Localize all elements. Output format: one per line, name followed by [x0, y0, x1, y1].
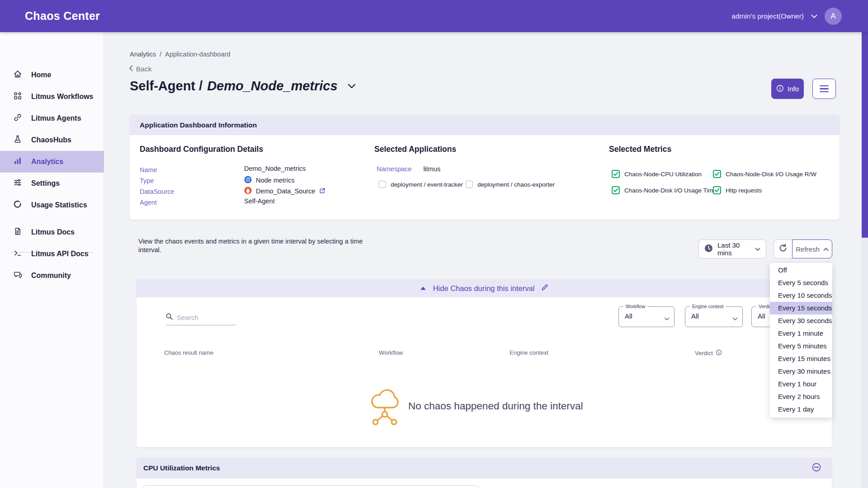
config-value-type: Node metrics	[244, 176, 294, 185]
refresh-option[interactable]: Every 2 hours	[770, 390, 832, 403]
refresh-option[interactable]: Every 30 minutes	[770, 365, 832, 378]
sidebar-item-label: Litmus Agents	[31, 114, 81, 122]
refresh-option[interactable]: Every 1 day	[770, 403, 832, 416]
verdict-filter-value: All	[758, 312, 765, 320]
sidebar-item-litmus-workflows[interactable]: Litmus Workflows	[0, 86, 104, 108]
namespace-row: Namespace litmus	[377, 165, 440, 173]
refresh-now-button[interactable]	[774, 239, 793, 258]
hide-chaos-label: Hide Chaos during this interval	[433, 284, 535, 293]
checkbox-disk-io-rw[interactable]: Chaos-Node-Disk I/O Usage R/W	[713, 170, 816, 178]
chat-icon	[13, 270, 22, 281]
sidebar-item-analytics[interactable]: Analytics	[0, 151, 104, 173]
workflow-filter-label: Workflow	[623, 304, 647, 309]
interval-description: View the chaos events and metrics in a g…	[138, 237, 385, 254]
config-value-name: Demo_Node_metrics	[244, 165, 306, 172]
refresh-option[interactable]: Off	[770, 264, 832, 277]
app-title: Chaos Center	[25, 0, 100, 32]
search-input[interactable]	[177, 314, 230, 321]
project-selector[interactable]: admin's project(Owner) A	[731, 0, 842, 32]
terminal-icon	[13, 249, 22, 259]
checkbox-deployment-event-tracker[interactable]: deployment / event-tracker	[379, 181, 463, 188]
checkbox-cpu-utilization[interactable]: Chaos-Node-CPU Utilization	[612, 170, 702, 178]
sidebar-item-label: Litmus Workflows	[31, 93, 94, 101]
namespace-value: litmus	[423, 165, 440, 173]
back-button[interactable]: Back	[129, 65, 151, 73]
engine-context-filter-label: Engine context	[690, 304, 726, 309]
refresh-option[interactable]: Every 30 seconds	[770, 314, 832, 327]
column-header-workflow: Workflow	[379, 349, 403, 356]
hamburger-menu-button[interactable]	[812, 79, 836, 99]
checkbox-unchecked-icon[interactable]	[466, 181, 473, 188]
refresh-option[interactable]: Every 10 seconds	[770, 289, 832, 302]
cpu-utilization-metrics-card: CPU Utilization Metrics	[137, 458, 832, 488]
scrollbar-thumb[interactable]	[862, 32, 868, 238]
refresh-option[interactable]: Every 15 minutes	[770, 352, 832, 365]
title-chevron-down-icon[interactable]	[348, 82, 356, 90]
sidebar-item-home[interactable]: Home	[0, 64, 104, 86]
avatar[interactable]: A	[825, 8, 842, 25]
refresh-option[interactable]: Every 1 hour	[770, 378, 832, 390]
sidebar-item-litmus-docs[interactable]: Litmus Docs	[0, 221, 104, 243]
breadcrumb-application-dashboard: Application-dashboard	[165, 51, 230, 58]
flask-icon	[13, 135, 22, 145]
checkbox-checked-icon[interactable]	[713, 186, 721, 194]
sidebar-item-usage-statistics[interactable]: Usage Statistics	[0, 194, 104, 216]
caret-up-icon	[420, 284, 426, 292]
chevron-down-icon[interactable]	[811, 12, 817, 20]
sliders-icon	[13, 178, 22, 189]
application-dashboard-information-card: Application Dashboard Information Dashbo…	[130, 115, 840, 220]
external-link-icon[interactable]	[319, 188, 326, 195]
info-button[interactable]: Info	[771, 79, 804, 99]
checkbox-disk-io-times[interactable]: Chaos-Node-Disk I/O Usage Times	[612, 186, 720, 194]
workflow-filter[interactable]: Workflow All	[618, 306, 675, 327]
sidebar-item-community[interactable]: Community	[0, 265, 104, 286]
sidebar-item-label: Settings	[31, 179, 60, 188]
page-title-dashboard-name: Demo_Node_metrics	[207, 79, 338, 94]
sidebar-item-label: Community	[31, 272, 71, 280]
search-field[interactable]	[165, 313, 236, 325]
sidebar-item-label: Analytics	[31, 158, 63, 166]
time-range-select[interactable]: Last 30 mins	[698, 239, 766, 258]
link-icon	[13, 113, 22, 124]
node-metrics-icon	[244, 176, 252, 185]
config-value-datasource: Demo_Data_Source	[244, 187, 326, 196]
sidebar-item-settings[interactable]: Settings	[0, 173, 104, 194]
chaos-events-card: Hide Chaos during this interval Workflow…	[137, 279, 832, 447]
refresh-interval-menu: Off Every 5 seconds Every 10 seconds Eve…	[770, 263, 832, 418]
time-range-value: Last 30 mins	[717, 241, 750, 257]
refresh-option[interactable]: Every 5 seconds	[770, 277, 832, 289]
card-header-strip: Application Dashboard Information	[130, 115, 840, 135]
verdict-info-icon[interactable]	[716, 349, 722, 357]
cpu-chart-container	[143, 485, 479, 488]
checkbox-checked-icon[interactable]	[713, 170, 721, 178]
refresh-icon	[778, 243, 788, 255]
refresh-option-selected[interactable]: Every 15 seconds	[770, 302, 832, 314]
sidebar: Home Litmus Workflows Litmus Agents Chao…	[0, 32, 104, 488]
sidebar-item-litmus-api-docs[interactable]: Litmus API Docs	[0, 243, 104, 265]
breadcrumb-analytics[interactable]: Analytics	[130, 51, 156, 58]
refresh-option[interactable]: Every 5 minutes	[770, 340, 832, 352]
checkbox-unchecked-icon[interactable]	[379, 181, 386, 188]
config-label-type: Type	[140, 177, 154, 184]
checkbox-checked-icon[interactable]	[612, 170, 620, 178]
collapse-minus-icon[interactable]	[812, 463, 821, 474]
refresh-interval-dropdown-button[interactable]: Refresh	[792, 239, 832, 258]
hide-chaos-toggle[interactable]: Hide Chaos during this interval	[137, 279, 832, 297]
chevron-down-icon	[664, 314, 670, 323]
config-value-agent: Self-Agent	[244, 197, 275, 205]
refresh-option[interactable]: Every 1 minute	[770, 327, 832, 340]
top-header-bar: Chaos Center admin's project(Owner) A	[0, 0, 868, 32]
engine-context-filter[interactable]: Engine context All	[685, 306, 743, 327]
edit-pencil-icon[interactable]	[541, 284, 548, 293]
checkbox-deployment-chaos-exporter[interactable]: deployment / chaos-exporter	[466, 181, 555, 188]
datasource-link[interactable]: Demo_Data_Source	[256, 188, 315, 195]
project-name-label[interactable]: admin's project(Owner)	[731, 12, 804, 20]
sidebar-item-chaoshubs[interactable]: ChaosHubs	[0, 129, 104, 151]
checkbox-http-requests[interactable]: Http requests	[713, 186, 762, 194]
sidebar-item-litmus-agents[interactable]: Litmus Agents	[0, 108, 104, 129]
selected-metrics-title: Selected Metrics	[609, 145, 671, 154]
engine-context-filter-value: All	[691, 312, 699, 320]
info-button-label: Info	[788, 85, 799, 93]
page-title: Self-Agent / Demo_Node_metrics	[130, 79, 356, 94]
checkbox-checked-icon[interactable]	[612, 186, 620, 194]
